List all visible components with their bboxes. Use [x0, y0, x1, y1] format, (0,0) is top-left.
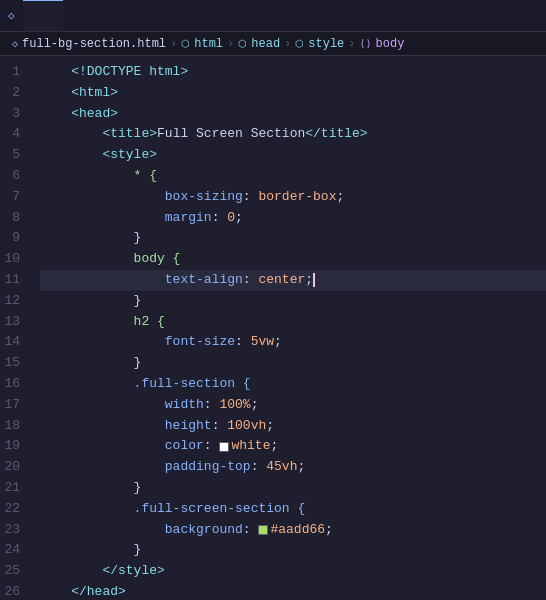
code-token: : — [204, 395, 220, 416]
code-token: : — [204, 436, 220, 457]
code-line: color: white; — [40, 436, 546, 457]
line-number: 3 — [0, 104, 28, 125]
code-editor[interactable]: 1234567891011121314151617181920212223242… — [0, 56, 546, 600]
line-number: 11 — [0, 270, 28, 291]
code-token: body { — [40, 249, 180, 270]
code-token: } — [40, 353, 141, 374]
code-token: : — [212, 416, 228, 437]
code-token: <head> — [40, 104, 118, 125]
code-line: background: #aadd66; — [40, 520, 546, 541]
code-token: : — [243, 270, 259, 291]
code-line: <head> — [40, 104, 546, 125]
line-number: 7 — [0, 187, 28, 208]
code-token: width — [40, 395, 204, 416]
line-number: 13 — [0, 312, 28, 333]
breadcrumb-sep-2: › — [227, 37, 234, 51]
breadcrumb-body-icon: ⟨⟩ — [360, 38, 372, 50]
line-number: 12 — [0, 291, 28, 312]
code-token: : — [235, 332, 251, 353]
breadcrumb-html: html — [194, 37, 223, 51]
code-line: width: 100%; — [40, 395, 546, 416]
code-line: h2 { — [40, 312, 546, 333]
code-token: background — [40, 520, 243, 541]
breadcrumb-sep-3: › — [284, 37, 291, 51]
code-token: padding-top — [40, 457, 251, 478]
code-token: : — [243, 520, 259, 541]
breadcrumb-file-icon: ◇ — [12, 38, 18, 50]
code-line: <html> — [40, 83, 546, 104]
code-token: </title> — [305, 124, 367, 145]
code-line: height: 100vh; — [40, 416, 546, 437]
line-number: 25 — [0, 561, 28, 582]
code-token: 0 — [227, 208, 235, 229]
code-token: ; — [266, 416, 274, 437]
code-line: </style> — [40, 561, 546, 582]
code-token: </head> — [40, 582, 126, 600]
editor-tab[interactable] — [23, 0, 63, 31]
line-number: 14 — [0, 332, 28, 353]
code-token: : — [243, 187, 259, 208]
breadcrumb: ◇ full-bg-section.html › ⬡ html › ⬡ head… — [0, 32, 546, 56]
code-line: * { — [40, 166, 546, 187]
code-token: white — [231, 436, 270, 457]
code-token: ; — [336, 187, 344, 208]
code-line: } — [40, 478, 546, 499]
code-token: border-box — [258, 187, 336, 208]
line-number: 8 — [0, 208, 28, 229]
tab-close-button[interactable] — [39, 9, 53, 23]
code-token: : — [251, 457, 267, 478]
line-number: 16 — [0, 374, 28, 395]
code-line: } — [40, 291, 546, 312]
code-token: center — [258, 270, 305, 291]
code-token: ; — [235, 208, 243, 229]
code-line: </head> — [40, 582, 546, 600]
line-numbers: 1234567891011121314151617181920212223242… — [0, 56, 36, 600]
code-token: ; — [305, 270, 313, 291]
code-token: </style> — [40, 561, 165, 582]
code-line: padding-top: 45vh; — [40, 457, 546, 478]
line-number: 5 — [0, 145, 28, 166]
line-number: 18 — [0, 416, 28, 437]
code-line: body { — [40, 249, 546, 270]
line-number: 24 — [0, 540, 28, 561]
line-number: 22 — [0, 499, 28, 520]
breadcrumb-html-icon: ⬡ — [181, 38, 190, 50]
code-line: <!DOCTYPE html> — [40, 62, 546, 83]
code-token: margin — [40, 208, 212, 229]
code-token: <style> — [40, 145, 157, 166]
code-token: <title> — [40, 124, 157, 145]
line-number: 19 — [0, 436, 28, 457]
code-token: .full-screen-section { — [40, 499, 305, 520]
color-swatch-green — [258, 525, 268, 535]
code-token: * { — [40, 166, 157, 187]
code-token: color — [40, 436, 204, 457]
code-line: <style> — [40, 145, 546, 166]
line-number: 1 — [0, 62, 28, 83]
code-token: <html> — [40, 83, 118, 104]
code-line: } — [40, 540, 546, 561]
code-token: } — [40, 228, 141, 249]
breadcrumb-style-icon: ⬡ — [295, 38, 304, 50]
code-token: .full-section { — [40, 374, 251, 395]
code-line: } — [40, 353, 546, 374]
breadcrumb-head-icon: ⬡ — [238, 38, 247, 50]
code-token: } — [40, 291, 141, 312]
file-icon: ◇ — [8, 9, 15, 22]
breadcrumb-head: head — [251, 37, 280, 51]
line-number: 20 — [0, 457, 28, 478]
code-content[interactable]: <!DOCTYPE html> <html> <head> <title>Ful… — [36, 56, 546, 600]
breadcrumb-sep-1: › — [170, 37, 177, 51]
code-line: .full-section { — [40, 374, 546, 395]
code-token: font-size — [40, 332, 235, 353]
line-number: 23 — [0, 520, 28, 541]
code-token: ; — [325, 520, 333, 541]
code-line: text-align: center; — [40, 270, 546, 291]
code-line: box-sizing: border-box; — [40, 187, 546, 208]
code-token: ; — [270, 436, 278, 457]
code-token: 100vh — [227, 416, 266, 437]
code-line: <title>Full Screen Section</title> — [40, 124, 546, 145]
code-token: <!DOCTYPE html> — [40, 62, 188, 83]
line-number: 6 — [0, 166, 28, 187]
code-token: Full Screen Section — [157, 124, 305, 145]
code-token: } — [40, 478, 141, 499]
